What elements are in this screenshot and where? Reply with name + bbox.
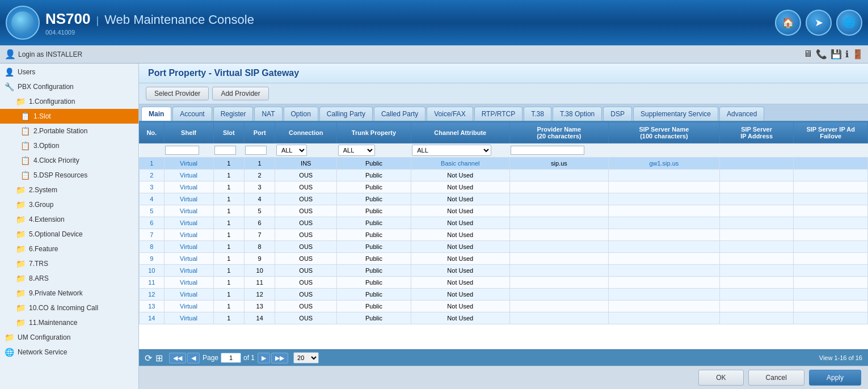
sidebar-label-users: Users xyxy=(18,68,35,76)
table-row[interactable]: 14Virtual114OUSPublicNot Used xyxy=(140,312,868,324)
tabs-bar: Main Account Register NAT Option Calling… xyxy=(139,104,868,122)
filter-port-input[interactable] xyxy=(245,146,267,155)
sidebar-item-network-service[interactable]: 🌐 Network Service xyxy=(0,345,138,360)
ok-button[interactable]: OK xyxy=(698,370,743,386)
phone-icon[interactable]: 📞 xyxy=(816,49,827,60)
save-icon[interactable]: 💾 xyxy=(831,49,842,60)
tab-voice-fax[interactable]: Voice/FAX xyxy=(427,107,473,121)
page-title: Port Property - Virtual SIP Gateway xyxy=(139,64,868,83)
select-provider-button[interactable]: Select Provider xyxy=(146,87,209,100)
sidebar-item-8-ars[interactable]: 📁 8.ARS xyxy=(0,271,138,286)
table-scroll-wrapper[interactable]: No. Shelf Slot Port Connection Trunk Pro… xyxy=(139,122,868,349)
table-row[interactable]: 10Virtual110OUSPublicNot Used xyxy=(140,265,868,277)
table-row[interactable]: 11Virtual111OUSPublicNot Used xyxy=(140,277,868,289)
pagination-last-btn[interactable]: ▶▶ xyxy=(271,353,288,363)
home-icon-btn[interactable]: 🏠 xyxy=(775,10,801,36)
exit-icon[interactable]: 🚪 xyxy=(852,49,863,60)
user-label: Login as INSTALLER xyxy=(18,50,82,58)
sidebar-item-3-group[interactable]: 📁 3.Group xyxy=(0,197,138,212)
pagination-next-btn[interactable]: ▶ xyxy=(258,353,270,363)
table-row[interactable]: 5Virtual15OUSPublicNot Used xyxy=(140,205,868,217)
tab-rtp-rtcp[interactable]: RTP/RTCP xyxy=(474,107,523,121)
sidebar-item-2-system[interactable]: 📁 2.System xyxy=(0,183,138,197)
cancel-button[interactable]: Cancel xyxy=(748,370,804,386)
tab-t38[interactable]: T.38 xyxy=(524,107,551,121)
portable-icon: 📋 xyxy=(20,126,30,136)
table-row[interactable]: 1Virtual11INSPublicBasic channelsip.usgw… xyxy=(140,158,868,170)
table-row[interactable]: 2Virtual12OUSPublicNot Used xyxy=(140,170,868,181)
tab-main[interactable]: Main xyxy=(141,107,171,121)
sidebar-item-1-config[interactable]: 📁 1.Configuration xyxy=(0,94,138,109)
filter-connection-select[interactable]: ALL INS OUS xyxy=(276,145,307,156)
per-page-select[interactable]: 20 50 100 xyxy=(293,352,319,363)
sidebar-item-7-trs[interactable]: 📁 7.TRS xyxy=(0,256,138,271)
globe-icon-btn[interactable]: 🌐 xyxy=(836,10,862,36)
sidebar-item-1-slot[interactable]: 📋 1.Slot xyxy=(0,109,138,124)
table-row[interactable]: 7Virtual17OUSPublicNot Used xyxy=(140,229,868,241)
sidebar-item-3-option[interactable]: 📋 3.Option xyxy=(0,138,138,153)
tab-dsp[interactable]: DSP xyxy=(603,107,632,121)
tab-advanced[interactable]: Advanced xyxy=(719,107,764,121)
table-row[interactable]: 12Virtual112OUSPublicNot Used xyxy=(140,289,868,301)
info-icon[interactable]: ℹ xyxy=(845,49,849,60)
filter-trunk-select[interactable]: ALL Public Private xyxy=(338,145,375,156)
app-title: Web Maintenance Console xyxy=(104,12,254,27)
table-row[interactable]: 3Virtual13OUSPublicNot Used xyxy=(140,181,868,193)
sidebar-item-10-co[interactable]: 📁 10.CO & Incoming Call xyxy=(0,301,138,315)
table-row[interactable]: 9Virtual19OUSPublicNot Used xyxy=(140,253,868,265)
sidebar-item-9-private[interactable]: 📁 9.Private Network xyxy=(0,286,138,301)
sidebar-label-co: 10.CO & Incoming Call xyxy=(29,304,98,312)
pagination-prev-btn[interactable]: ◀ xyxy=(187,353,200,363)
network-icon: 🌐 xyxy=(5,348,14,357)
sidebar-item-2-portable[interactable]: 📋 2.Portable Station xyxy=(0,124,138,138)
tab-register[interactable]: Register xyxy=(213,107,254,121)
tab-supplementary-service[interactable]: Supplementary Service xyxy=(633,107,718,121)
sidebar-item-4-clock[interactable]: 📋 4.Clock Priority xyxy=(0,153,138,168)
table-row[interactable]: 4Virtual14OUSPublicNot Used xyxy=(140,193,868,205)
sidebar-item-pbx-config[interactable]: 🔧 PBX Configuration xyxy=(0,79,138,94)
filter-provider-input[interactable] xyxy=(511,146,584,155)
add-provider-button[interactable]: Add Provider xyxy=(212,87,268,100)
view-info-label: View 1-16 of 16 xyxy=(819,354,862,361)
refresh-icon[interactable]: ⟳ xyxy=(145,353,152,363)
sidebar-label-pbx: PBX Configuration xyxy=(18,83,74,91)
table-header-row: No. Shelf Slot Port Connection Trunk Pro… xyxy=(140,122,868,143)
tab-called-party[interactable]: Called Party xyxy=(374,107,425,121)
sidebar-item-5-optional[interactable]: 📁 5.Optional Device xyxy=(0,227,138,242)
col-header-sip-failover: SIP Server IP AdFailove xyxy=(794,122,868,143)
sidebar-item-6-feature[interactable]: 📁 6.Feature xyxy=(0,242,138,256)
sidebar-item-users[interactable]: 👤 Users xyxy=(0,65,138,79)
extension-icon: 📁 xyxy=(16,215,26,224)
title-area: NS700 | Web Maintenance Console 004.4100… xyxy=(45,10,254,36)
filter-slot-input[interactable] xyxy=(214,146,236,155)
tab-t38-option[interactable]: T.38 Option xyxy=(553,107,602,121)
table-row[interactable]: 6Virtual16OUSPublicNot Used xyxy=(140,217,868,229)
sidebar-item-4-extension[interactable]: 📁 4.Extension xyxy=(0,212,138,227)
col-header-channel: Channel Attribute xyxy=(411,122,509,143)
filter-shelf-input[interactable] xyxy=(165,146,199,155)
tab-calling-party[interactable]: Calling Party xyxy=(319,107,373,121)
arrow-icon-btn[interactable]: ➤ xyxy=(806,10,832,36)
toolbar-icon-group: 🖥 📞 💾 ℹ 🚪 xyxy=(803,49,863,60)
col-header-trunk: Trunk Property xyxy=(337,122,411,143)
tab-nat[interactable]: NAT xyxy=(254,107,282,121)
table-row[interactable]: 8Virtual18OUSPublicNot Used xyxy=(140,241,868,253)
tab-account[interactable]: Account xyxy=(172,107,212,121)
col-header-provider: Provider Name(20 characters) xyxy=(509,122,608,143)
pagination-first-btn[interactable]: ◀◀ xyxy=(169,353,186,363)
sidebar-item-um-config[interactable]: 📁 UM Configuration xyxy=(0,330,138,345)
apply-button[interactable]: Apply xyxy=(809,370,861,386)
monitor-icon[interactable]: 🖥 xyxy=(803,49,812,60)
tab-option[interactable]: Option xyxy=(284,107,318,121)
sidebar-item-11-maintenance[interactable]: 📁 11.Maintenance xyxy=(0,315,138,330)
maintenance-icon: 📁 xyxy=(16,318,26,327)
page-number-input[interactable] xyxy=(221,353,241,363)
filter-channel-select[interactable]: ALL Basic channel Not Used xyxy=(412,145,491,156)
filter-sipip-cell xyxy=(719,143,794,158)
table-row[interactable]: 13Virtual113OUSPublicNot Used xyxy=(140,301,868,312)
grid-icon[interactable]: ⊞ xyxy=(155,353,163,363)
sidebar-label-slot: 1.Slot xyxy=(33,112,51,120)
content-area: Port Property - Virtual SIP Gateway Sele… xyxy=(139,64,868,389)
sidebar-item-5-dsp[interactable]: 📋 5.DSP Resources xyxy=(0,168,138,183)
optional-icon: 📁 xyxy=(16,230,26,239)
